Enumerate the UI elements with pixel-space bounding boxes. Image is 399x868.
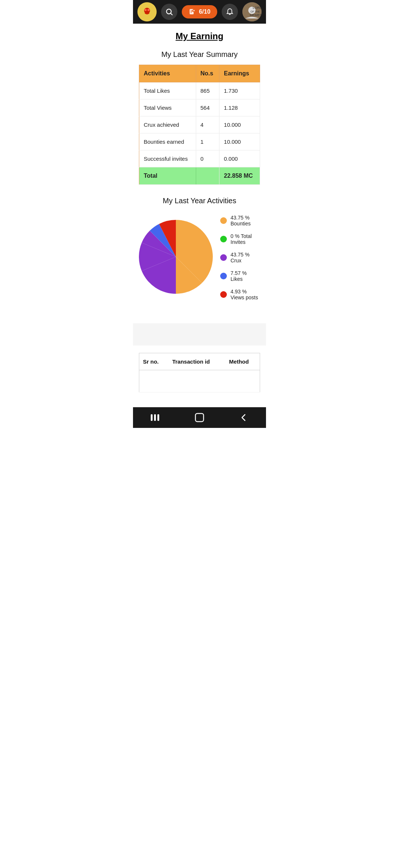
pie-chart	[139, 220, 213, 295]
col-sr-no: Sr no.	[139, 353, 169, 370]
user-avatar[interactable]: LORD OF THE MEMES	[242, 2, 262, 21]
bell-icon	[226, 8, 234, 16]
logo-icon	[140, 5, 154, 18]
section-separator	[133, 323, 266, 346]
bottom-navigation	[133, 407, 266, 428]
legend-item: 0 % Total Invites	[220, 233, 260, 245]
legend-item: 43.75 % Bounties	[220, 215, 260, 227]
table-header-row: Activities No.s Earnings	[139, 65, 260, 82]
svg-point-3	[147, 9, 150, 11]
back-icon	[239, 413, 248, 422]
legend-dot	[220, 217, 227, 224]
summary-section-title: My Last Year Summary	[139, 50, 260, 59]
legend-label: 0 % Total Invites	[231, 233, 260, 245]
summary-table: Activities No.s Earnings Total Likes8651…	[139, 65, 260, 185]
table-row: Crux achieved410.000	[139, 116, 260, 133]
menu-button[interactable]	[147, 409, 163, 426]
total-row: Total22.858 MC	[139, 167, 260, 185]
col-nos: No.s	[196, 65, 219, 82]
legend-item: 4.93 % Views posts	[220, 289, 260, 300]
chart-section-title: My Last Year Activities	[139, 197, 260, 205]
chart-section: My Last Year Activities	[139, 197, 260, 304]
table-row: Bounties earned110.000	[139, 133, 260, 150]
col-transaction-id: Transaction id	[168, 353, 225, 370]
col-method: Method	[225, 353, 260, 370]
summary-section: My Last Year Summary Activities No.s Ear…	[139, 50, 260, 185]
transaction-table: Sr no. Transaction id Method	[139, 353, 260, 392]
legend-label: 43.75 % Crux	[231, 252, 260, 263]
top-navigation: 6/10 LORD OF THE MEMES	[133, 0, 266, 24]
legend-item: 7.57 % Likes	[220, 270, 260, 282]
transaction-section: Sr no. Transaction id Method	[133, 346, 266, 400]
svg-rect-19	[154, 414, 156, 421]
svg-text:MEMES: MEMES	[250, 13, 262, 17]
col-activities: Activities	[139, 65, 196, 82]
legend-label: 7.57 % Likes	[231, 270, 260, 282]
page-title: My Earning	[139, 31, 260, 41]
svg-rect-20	[157, 414, 159, 421]
col-earnings: Earnings	[219, 65, 260, 82]
svg-text:OF THE: OF THE	[250, 10, 260, 13]
table-row: Successful invites00.000	[139, 150, 260, 167]
menu-icon	[150, 413, 160, 422]
svg-point-2	[144, 9, 147, 11]
legend-label: 4.93 % Views posts	[231, 289, 260, 300]
home-icon	[195, 413, 204, 422]
app-logo[interactable]	[137, 2, 157, 21]
legend-dot	[220, 236, 227, 242]
svg-rect-18	[151, 414, 153, 421]
legend-label: 43.75 % Bounties	[231, 215, 260, 227]
avatar-icon: LORD OF THE MEMES	[242, 2, 262, 21]
table-row	[139, 370, 260, 392]
table-row: Total Views5641.128	[139, 99, 260, 116]
legend-item: 43.75 % Crux	[220, 252, 260, 263]
transaction-header-row: Sr no. Transaction id Method	[139, 353, 260, 370]
chart-legend: 43.75 % Bounties0 % Total Invites43.75 %…	[220, 215, 260, 300]
svg-text:LORD: LORD	[253, 6, 262, 10]
home-button[interactable]	[191, 409, 208, 426]
svg-rect-21	[195, 413, 204, 422]
post-badge-button[interactable]: 6/10	[182, 5, 217, 18]
legend-dot	[220, 273, 227, 279]
svg-line-5	[171, 13, 172, 15]
search-button[interactable]	[161, 4, 177, 20]
legend-dot	[220, 291, 227, 298]
legend-dot	[220, 254, 227, 261]
post-icon	[188, 8, 196, 16]
main-content: My Earning My Last Year Summary Activiti…	[133, 24, 266, 323]
search-icon	[165, 8, 173, 16]
notification-button[interactable]	[222, 4, 238, 20]
back-button[interactable]	[236, 409, 252, 426]
chart-container: 43.75 % Bounties0 % Total Invites43.75 %…	[139, 211, 260, 304]
table-row: Total Likes8651.730	[139, 82, 260, 99]
badge-count: 6/10	[199, 8, 210, 15]
